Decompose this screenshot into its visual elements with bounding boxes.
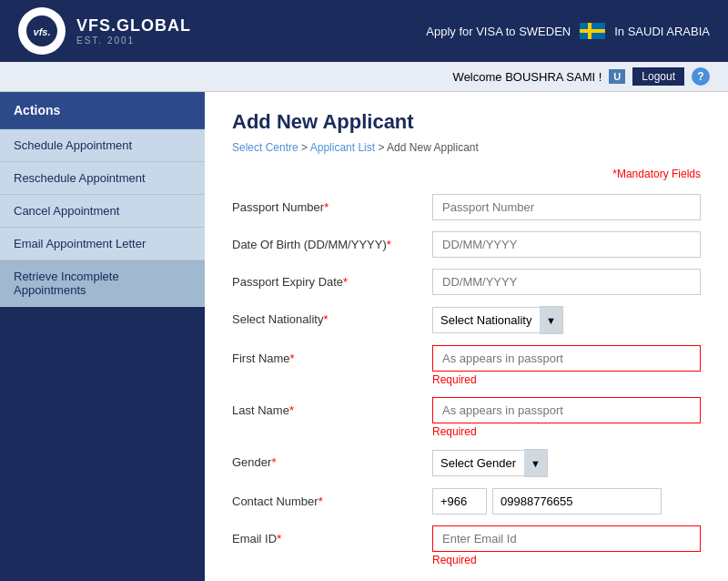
logo-est: EST. 2001	[76, 36, 191, 46]
sidebar: Actions Schedule Appointment Reschedule …	[0, 92, 205, 581]
passport-input[interactable]	[432, 194, 701, 220]
nationality-select[interactable]: Select Nationality	[432, 307, 540, 333]
contact-label: Contact Number*	[232, 488, 432, 508]
logo-brand: VFS.GLOBAL	[76, 16, 191, 36]
email-row: Email ID* Required	[232, 525, 701, 566]
sidebar-header: Actions	[0, 92, 205, 129]
contact-field-wrapper	[432, 488, 662, 515]
email-label: Email ID*	[232, 525, 432, 545]
header: vfs. VFS.GLOBAL EST. 2001 Apply for VISA…	[0, 0, 728, 62]
location-text: In SAUDI ARABIA	[614, 25, 710, 38]
contact-code-input[interactable]	[432, 488, 487, 515]
breadcrumb-sep2: >	[375, 141, 387, 154]
nationality-row: Select Nationality* Select Nationality ▼	[232, 306, 701, 334]
passport-label: Passport Number*	[232, 194, 432, 214]
page-title: Add New Applicant	[232, 110, 701, 134]
passport-field-wrapper	[432, 194, 701, 220]
dob-field-wrapper	[432, 231, 701, 258]
expiry-label: Passport Expiry Date*	[232, 269, 432, 289]
contact-number-input[interactable]	[492, 488, 662, 515]
expiry-field-wrapper	[432, 269, 701, 295]
expiry-input[interactable]	[432, 269, 701, 295]
welcome-bar: Welcome BOUSHRA SAMI ! U Logout ?	[0, 62, 728, 92]
gender-row: Gender* Select Gender ▼	[232, 449, 701, 477]
svg-text:vfs.: vfs.	[34, 26, 51, 37]
header-right: Apply for VISA to SWEDEN In SAUDI ARABIA	[426, 23, 710, 39]
sweden-flag-icon	[580, 23, 605, 39]
sidebar-item-email[interactable]: Email Appointment Letter	[0, 228, 205, 260]
dob-label: Date Of Birth (DD/MM/YYYY)*	[232, 231, 432, 251]
passport-row: Passport Number*	[232, 194, 701, 220]
breadcrumb-link-list[interactable]: Applicant List	[310, 141, 375, 154]
breadcrumb-current: Add New Applicant	[387, 141, 479, 154]
lastname-label: Last Name*	[232, 397, 432, 417]
vfs-logo-icon: vfs.	[25, 15, 58, 47]
email-input[interactable]	[432, 525, 701, 552]
contact-row: Contact Number*	[232, 488, 701, 515]
contact-input-group	[432, 488, 662, 515]
gender-dropdown-arrow[interactable]: ▼	[524, 449, 548, 477]
firstname-label: First Name*	[232, 345, 432, 365]
welcome-text: Welcome BOUSHRA SAMI !	[453, 70, 602, 84]
nationality-field-wrapper: Select Nationality ▼	[432, 306, 563, 334]
firstname-field-wrapper: Required	[432, 345, 701, 386]
sidebar-item-cancel[interactable]: Cancel Appointment	[0, 195, 205, 228]
lastname-field-wrapper: Required	[432, 397, 701, 438]
expiry-row: Passport Expiry Date*	[232, 269, 701, 295]
email-error: Required	[432, 554, 701, 566]
firstname-input[interactable]	[432, 345, 701, 372]
visa-info-text: Apply for VISA to SWEDEN	[426, 25, 571, 38]
firstname-error: Required	[432, 373, 701, 386]
mandatory-text: Mandatory Fields	[617, 168, 701, 180]
main-layout: Actions Schedule Appointment Reschedule …	[0, 92, 728, 581]
breadcrumb-link-centre[interactable]: Select Centre	[232, 141, 298, 154]
logout-button[interactable]: Logout	[632, 67, 684, 86]
breadcrumb-sep1: >	[298, 141, 310, 154]
nationality-dropdown-arrow[interactable]: ▼	[540, 306, 563, 334]
sidebar-item-retrieve[interactable]: Retrieve Incomplete Appointments	[0, 260, 205, 307]
content-area: Add New Applicant Select Centre > Applic…	[205, 92, 728, 581]
nationality-select-wrapper: Select Nationality ▼	[432, 306, 563, 334]
user-icon: U	[609, 69, 625, 84]
sidebar-item-reschedule[interactable]: Reschedule Appointment	[0, 162, 205, 195]
mandatory-note: *Mandatory Fields	[232, 168, 701, 180]
sidebar-item-schedule[interactable]: Schedule Appointment	[0, 129, 205, 162]
email-field-wrapper: Required	[432, 525, 701, 566]
gender-select[interactable]: Select Gender	[432, 450, 524, 476]
nationality-label: Select Nationality*	[232, 306, 432, 326]
logo-circle: vfs.	[18, 7, 66, 55]
gender-label: Gender*	[232, 449, 432, 469]
breadcrumb: Select Centre > Applicant List > Add New…	[232, 141, 701, 154]
lastname-input[interactable]	[432, 397, 701, 423]
gender-select-wrapper: Select Gender ▼	[432, 449, 548, 477]
gender-field-wrapper: Select Gender ▼	[432, 449, 548, 477]
help-icon[interactable]: ?	[692, 67, 710, 86]
logo-text: VFS.GLOBAL EST. 2001	[76, 16, 191, 46]
lastname-row: Last Name* Required	[232, 397, 701, 438]
dob-row: Date Of Birth (DD/MM/YYYY)*	[232, 231, 701, 258]
lastname-error: Required	[432, 425, 701, 438]
dob-input[interactable]	[432, 231, 701, 258]
firstname-row: First Name* Required	[232, 345, 701, 386]
